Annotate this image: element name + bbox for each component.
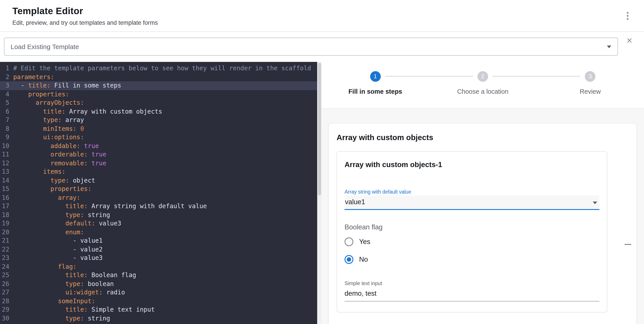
code-line[interactable]: 4 properties:: [0, 90, 317, 99]
code-text: minItems: 0: [13, 124, 84, 133]
code-line[interactable]: 25 title: Boolean flag: [0, 271, 317, 279]
code-line[interactable]: 9 ui:options:: [0, 133, 317, 142]
line-number: 12: [0, 159, 13, 168]
line-number: 2: [0, 73, 13, 81]
code-text: properties:: [13, 185, 92, 193]
code-area: 1# Edit the template parameters below to…: [0, 64, 317, 323]
step-indicator-3: 3: [585, 71, 596, 82]
loader-row: Load Existing Template ×: [0, 32, 644, 62]
radio-option-no[interactable]: No: [344, 254, 600, 265]
code-line[interactable]: 6 title: Array with custom objects: [0, 107, 317, 116]
code-line[interactable]: 26 type: boolean: [0, 279, 317, 288]
line-number: 11: [0, 150, 13, 159]
code-text: addable: true: [13, 142, 99, 150]
yaml-code-editor[interactable]: 1# Edit the template parameters below to…: [0, 62, 317, 324]
code-line[interactable]: 23 - value3: [0, 254, 317, 262]
line-number: 16: [0, 193, 13, 202]
code-line[interactable]: 24 flag:: [0, 262, 317, 271]
code-line[interactable]: 3 - title: Fill in some steps: [0, 81, 317, 90]
code-text: parameters:: [13, 73, 54, 81]
code-line[interactable]: 27 ui:widget: radio: [0, 288, 317, 297]
stepper: 1 2 3 Fill in some steps Choose a locati…: [322, 62, 644, 109]
load-template-select-label: Load Existing Template: [10, 43, 79, 50]
code-text: - value3: [13, 254, 103, 262]
code-line[interactable]: 13 items:: [0, 168, 317, 176]
select-field-label: Array string with default value: [344, 189, 600, 194]
load-template-select[interactable]: Load Existing Template: [4, 38, 618, 56]
code-line[interactable]: 20 enum:: [0, 228, 317, 236]
code-text: type: object: [13, 176, 95, 185]
code-text: type: string: [13, 314, 110, 323]
code-text: ui:options:: [13, 133, 84, 142]
line-number: 13: [0, 168, 13, 176]
code-line[interactable]: 18 type: string: [0, 211, 317, 219]
preview-panel: 1 2 3 Fill in some steps Choose a locati…: [322, 62, 644, 324]
code-line[interactable]: 14 type: object: [0, 176, 317, 185]
radio-unselected-icon: [344, 237, 353, 246]
step-label-2: Choose a location: [429, 88, 537, 95]
line-number: 8: [0, 124, 13, 133]
code-line[interactable]: 10 addable: true: [0, 142, 317, 150]
array-item-title: Array with custom objects-1: [344, 160, 600, 169]
code-line[interactable]: 2parameters:: [0, 73, 317, 81]
line-number: 23: [0, 254, 13, 262]
code-line[interactable]: 29 title: Simple text input: [0, 305, 317, 314]
radio-option-yes[interactable]: Yes: [344, 236, 600, 247]
line-number: 27: [0, 288, 13, 297]
close-icon: ×: [626, 35, 632, 46]
code-text: default: value3: [13, 219, 121, 228]
line-number: 6: [0, 107, 13, 116]
code-line[interactable]: 28 someInput:: [0, 297, 317, 305]
code-text: orderable: true: [13, 150, 106, 159]
code-text: - title: Fill in some steps: [13, 81, 121, 90]
page-title: Template Editor: [12, 6, 632, 16]
code-line[interactable]: 15 properties:: [0, 185, 317, 193]
remove-item-button[interactable]: [622, 238, 634, 251]
code-text: title: Boolean flag: [13, 271, 136, 279]
kebab-menu-icon: [627, 12, 628, 20]
page-subtitle: Edit, preview, and try out templates and…: [12, 20, 632, 26]
code-text: type: boolean: [13, 279, 114, 288]
code-line[interactable]: 12 removable: true: [0, 159, 317, 168]
code-text: type: array: [13, 116, 84, 124]
code-text: - value2: [13, 245, 103, 254]
code-text: title: Array with custom objects: [13, 107, 162, 116]
line-number: 7: [0, 116, 13, 124]
code-line[interactable]: 5 arrayObjects:: [0, 99, 317, 107]
code-text: someInput:: [13, 297, 95, 305]
array-string-select[interactable]: value1: [344, 195, 600, 210]
clear-template-button[interactable]: ×: [624, 35, 635, 47]
code-line[interactable]: 7 type: array: [0, 116, 317, 124]
radio-selected-icon: [344, 255, 353, 264]
code-line[interactable]: 30 type: string: [0, 314, 317, 323]
code-line[interactable]: 1# Edit the template parameters below to…: [0, 64, 317, 73]
simple-text-input[interactable]: demo, test: [344, 289, 600, 301]
line-number: 3: [0, 81, 13, 90]
code-line[interactable]: 16 array:: [0, 193, 317, 202]
line-number: 29: [0, 305, 13, 314]
step-label-3: Review: [536, 88, 644, 95]
line-number: 15: [0, 185, 13, 193]
array-item-card: Array with custom objects-1 Array string…: [336, 151, 607, 312]
line-number: 14: [0, 176, 13, 185]
radio-option-label: Yes: [359, 238, 370, 246]
code-line[interactable]: 19 default: value3: [0, 219, 317, 228]
line-number: 30: [0, 314, 13, 323]
line-number: 18: [0, 211, 13, 219]
pane-resize-handle[interactable]: [317, 62, 322, 324]
code-line[interactable]: 11 orderable: true: [0, 150, 317, 159]
select-field-value: value1: [345, 198, 365, 206]
more-options-button[interactable]: [622, 10, 634, 22]
code-text: ui:widget: radio: [13, 288, 125, 297]
code-text: properties:: [13, 90, 69, 99]
code-line[interactable]: 8 minItems: 0: [0, 124, 317, 133]
radio-option-label: No: [359, 255, 368, 263]
code-line[interactable]: 22 - value2: [0, 245, 317, 254]
code-text: items:: [13, 168, 65, 176]
code-line[interactable]: 17 title: Array string with default valu…: [0, 202, 317, 211]
code-line[interactable]: 21 - value1: [0, 236, 317, 245]
main-split: 1# Edit the template parameters below to…: [0, 62, 644, 324]
editor-scrollbar-thumb[interactable]: [318, 63, 321, 195]
line-number: 9: [0, 133, 13, 142]
step-label-1: Fill in some steps: [322, 88, 429, 95]
